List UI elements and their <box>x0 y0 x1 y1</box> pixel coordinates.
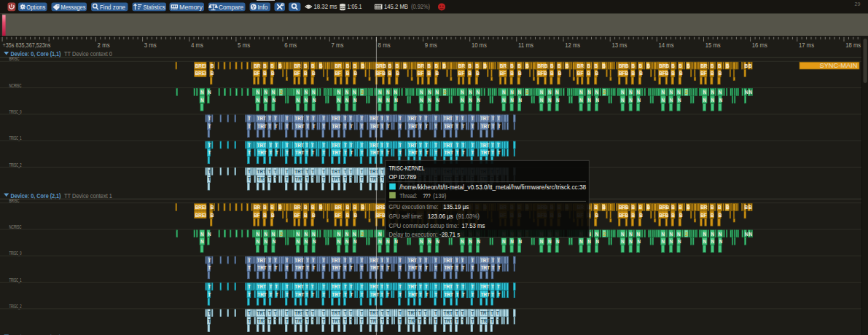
svg-text:T: T <box>491 150 494 155</box>
svg-text:B: B <box>312 213 316 218</box>
svg-text:-28.71 s: -28.71 s <box>439 231 460 238</box>
svg-text:N: N <box>305 98 308 103</box>
svg-text:TRT: TRT <box>294 169 304 174</box>
svg-text:B: B <box>304 213 308 218</box>
svg-text:N: N <box>662 239 665 244</box>
svg-text:T: T <box>492 116 495 121</box>
svg-text:TRT: TRT <box>257 318 267 323</box>
svg-text:T: T <box>462 265 465 270</box>
svg-text:TRT: TRT <box>370 124 380 129</box>
svg-text:T: T <box>361 143 364 148</box>
svg-text:T: T <box>471 284 474 289</box>
svg-text:B: B <box>679 63 682 68</box>
svg-text:T: T <box>208 265 211 270</box>
svg-text:T: T <box>312 318 315 323</box>
svg-text:T: T <box>313 265 316 270</box>
svg-text:T: T <box>471 258 474 263</box>
svg-text:T: T <box>387 265 390 270</box>
svg-text:T: T <box>387 124 390 129</box>
svg-text:B: B <box>404 63 407 68</box>
svg-text:B: B <box>671 213 675 218</box>
svg-text:B: B <box>718 205 722 210</box>
svg-text:T: T <box>426 292 429 297</box>
svg-text:(91.03%): (91.03%) <box>456 213 480 220</box>
svg-text:TRT: TRT <box>444 143 453 148</box>
svg-text:T: T <box>311 169 314 174</box>
svg-text:BFB: BFB <box>376 71 386 76</box>
svg-text:T: T <box>455 116 458 121</box>
svg-text:B: B <box>319 205 323 210</box>
svg-text:T: T <box>471 150 474 155</box>
svg-text:B: B <box>311 205 315 210</box>
svg-text:T: T <box>351 292 353 297</box>
svg-text:B: B <box>304 205 308 210</box>
svg-text:BR: BR <box>294 63 301 68</box>
svg-text:B: B <box>595 213 598 218</box>
svg-text:T: T <box>208 169 211 174</box>
svg-text:T: T <box>434 143 437 148</box>
svg-text:T: T <box>496 310 499 315</box>
svg-text:T: T <box>498 150 501 155</box>
svg-text:T: T <box>361 284 364 289</box>
svg-text:B: B <box>711 71 714 76</box>
svg-text:T: T <box>322 169 325 174</box>
svg-text:Statistics: Statistics <box>144 4 165 11</box>
svg-text:B: B <box>687 205 690 210</box>
svg-text:T: T <box>208 310 211 315</box>
svg-text:TRT: TRT <box>370 310 379 315</box>
svg-text:TRT: TRT <box>370 143 379 148</box>
svg-text:B: B <box>271 71 275 76</box>
svg-text:T: T <box>419 292 422 297</box>
svg-text:18 ms: 18 ms <box>845 42 861 49</box>
svg-text:B: B <box>468 71 472 76</box>
svg-text:N: N <box>677 90 681 95</box>
svg-text:BR: BR <box>254 205 261 210</box>
svg-text:(0.92%): (0.92%) <box>411 3 430 10</box>
svg-text:B: B <box>443 63 447 68</box>
svg-text:N: N <box>461 239 464 244</box>
svg-text:T: T <box>361 176 364 181</box>
svg-text:T: T <box>497 318 500 323</box>
svg-text:T: T <box>456 143 459 148</box>
svg-text:T: T <box>497 258 500 263</box>
svg-text:TRT: TRT <box>481 150 490 155</box>
svg-text:N: N <box>703 98 706 103</box>
svg-text:B: B <box>483 63 487 68</box>
svg-text:N: N <box>662 98 665 103</box>
svg-text:B: B <box>311 63 315 68</box>
svg-text:T: T <box>419 150 422 155</box>
svg-text:T: T <box>419 116 422 121</box>
svg-text:B: B <box>270 205 274 210</box>
svg-text:B: B <box>435 63 439 68</box>
svg-text:B: B <box>388 71 392 76</box>
svg-text:N: N <box>629 232 633 237</box>
svg-text:N: N <box>305 239 308 244</box>
svg-text:T: T <box>275 143 278 148</box>
svg-text:T: T <box>322 124 325 129</box>
svg-text:T: T <box>492 265 495 270</box>
svg-text:T: T <box>425 258 428 263</box>
svg-text:BF: BF <box>335 213 341 218</box>
svg-text:N: N <box>200 239 204 244</box>
svg-text:TRT: TRT <box>444 124 453 129</box>
svg-text:10 ms: 10 ms <box>472 42 487 49</box>
svg-text:B: B <box>745 205 748 210</box>
svg-text:N: N <box>345 232 349 237</box>
svg-text:6 ms: 6 ms <box>284 42 297 49</box>
svg-text:B: B <box>679 205 682 210</box>
svg-text:BREI: BREI <box>195 63 206 68</box>
svg-text:B: B <box>646 205 650 210</box>
svg-text:B: B <box>396 71 400 76</box>
svg-text:B: B <box>671 71 675 76</box>
svg-text:N: N <box>555 90 559 95</box>
svg-text:N: N <box>662 90 665 95</box>
svg-text:BR: BR <box>254 63 261 68</box>
svg-text:N: N <box>428 90 431 95</box>
svg-text:N: N <box>200 90 204 95</box>
svg-text:B: B <box>304 71 308 76</box>
svg-text:N: N <box>629 239 633 244</box>
svg-text:BF: BF <box>418 71 424 76</box>
svg-text:N: N <box>420 239 423 244</box>
svg-text:T: T <box>498 265 501 270</box>
svg-text:N: N <box>587 90 591 95</box>
